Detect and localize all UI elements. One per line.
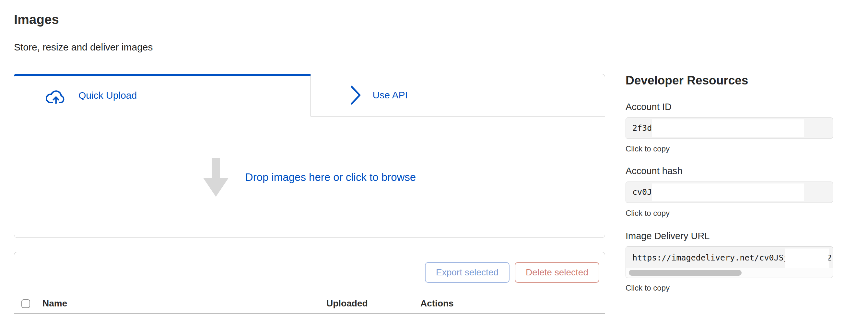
- column-header-uploaded: Uploaded: [327, 293, 368, 314]
- page-subtitle: Store, resize and deliver images: [14, 42, 153, 53]
- account-hash-copy-hint: Click to copy: [625, 209, 670, 218]
- image-delivery-url-label: Image Delivery URL: [625, 231, 710, 241]
- account-id-value: 2f3d: [632, 123, 652, 133]
- account-hash-value: cv0J: [632, 187, 652, 197]
- upload-card: Quick Upload Use API Drop images here or…: [14, 74, 605, 238]
- tab-use-api[interactable]: Use API: [311, 74, 605, 116]
- export-selected-button[interactable]: Export selected: [425, 262, 509, 283]
- page-title: Images: [14, 12, 153, 27]
- page-header: Images Store, resize and deliver images: [14, 12, 153, 53]
- images-table-card: Export selected Delete selected Name Upl…: [14, 252, 605, 321]
- dropzone[interactable]: Drop images here or click to browse: [14, 116, 605, 238]
- image-delivery-url-copy-hint: Click to copy: [625, 283, 670, 292]
- account-hash-field[interactable]: cv0J: [625, 182, 833, 203]
- column-header-name: Name: [42, 293, 67, 314]
- tab-quick-upload[interactable]: Quick Upload: [14, 74, 311, 116]
- delete-selected-button[interactable]: Delete selected: [515, 262, 599, 283]
- dropzone-text: Drop images here or click to browse: [245, 171, 416, 183]
- table-header-row: Name Uploaded Actions: [14, 293, 605, 314]
- select-all-checkbox[interactable]: [21, 299, 30, 308]
- table-toolbar: Export selected Delete selected: [14, 252, 605, 293]
- redaction-overlay: [652, 119, 804, 137]
- active-tab-indicator: [14, 74, 311, 76]
- redaction-overlay: [785, 249, 829, 268]
- tab-label-use-api: Use API: [372, 90, 407, 101]
- chevron-right-icon: [349, 85, 363, 105]
- account-id-field[interactable]: 2f3d: [625, 117, 833, 139]
- redaction-overlay: [652, 183, 804, 201]
- account-id-copy-hint: Click to copy: [625, 144, 670, 153]
- developer-resources-panel: Developer Resources Account ID 2f3d Clic…: [625, 74, 833, 313]
- clipped-url-character: 2: [829, 247, 832, 269]
- tab-label-quick-upload: Quick Upload: [79, 90, 137, 101]
- account-id-label: Account ID: [625, 102, 672, 112]
- account-hash-label: Account hash: [625, 166, 683, 176]
- arrow-down-icon: [203, 158, 228, 197]
- image-delivery-url-field[interactable]: https://imagedelivery.net/cv0JSj 2: [625, 246, 833, 278]
- image-delivery-url-value: https://imagedelivery.net/cv0JSj: [632, 247, 788, 269]
- developer-resources-title: Developer Resources: [625, 74, 748, 87]
- cloud-upload-icon: [45, 87, 67, 104]
- upload-tabs: Quick Upload Use API: [14, 74, 605, 116]
- horizontal-scrollbar-thumb[interactable]: [629, 270, 742, 276]
- column-header-actions: Actions: [421, 293, 454, 314]
- images-page: Images Store, resize and deliver images …: [0, 0, 868, 321]
